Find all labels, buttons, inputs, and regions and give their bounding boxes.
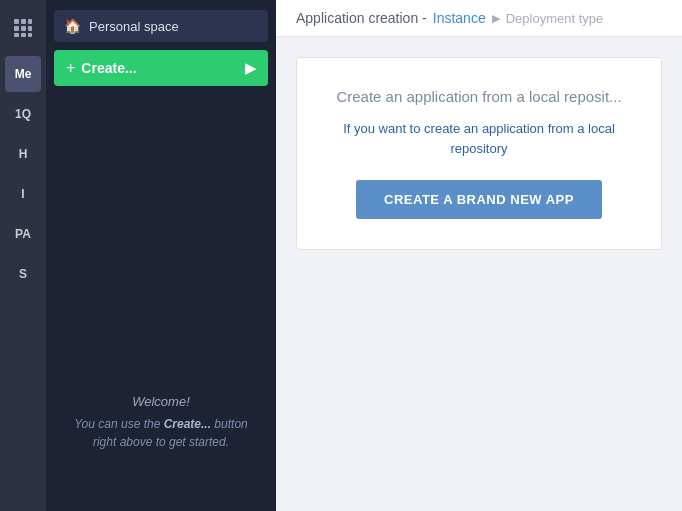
plus-icon: + <box>66 59 75 77</box>
rail-item-s[interactable]: S <box>5 256 41 292</box>
header-breadcrumb: Application creation - Instance ▶ Deploy… <box>276 0 682 37</box>
sidebar-footer: Welcome! You can use the Create... butto… <box>46 394 276 451</box>
svg-rect-6 <box>14 33 19 37</box>
svg-rect-4 <box>21 26 26 31</box>
create-app-card: Create an application from a local repos… <box>296 57 662 250</box>
sidebar: 🏠 Personal space + Create... ▶ Welcome! … <box>46 0 276 511</box>
deployment-label: Deployment type <box>506 11 604 26</box>
hint-text: You can use the Create... button right a… <box>62 415 260 451</box>
personal-space-label: Personal space <box>89 19 179 34</box>
rail-item-1q[interactable]: 1Q <box>5 96 41 132</box>
svg-rect-7 <box>21 33 26 37</box>
home-icon: 🏠 <box>64 18 81 34</box>
rail-item-h[interactable]: H <box>5 136 41 172</box>
app-creation-label: Application creation - <box>296 10 427 26</box>
welcome-text: Welcome! <box>62 394 260 409</box>
create-label: Create... <box>81 60 136 76</box>
create-btn-left: + Create... <box>66 59 137 77</box>
create-brand-new-app-button[interactable]: CREATE A BRAND NEW APP <box>356 180 602 219</box>
grid-icon[interactable] <box>5 10 41 46</box>
svg-rect-1 <box>21 19 26 24</box>
breadcrumb-chevron-icon: ▶ <box>492 12 500 25</box>
personal-space-button[interactable]: 🏠 Personal space <box>54 10 268 42</box>
svg-rect-8 <box>28 33 32 37</box>
main-content: Application creation - Instance ▶ Deploy… <box>276 0 682 511</box>
svg-rect-2 <box>28 19 32 24</box>
create-button[interactable]: + Create... ▶ <box>54 50 268 86</box>
card-title: Create an application from a local repos… <box>321 88 637 105</box>
instance-link[interactable]: Instance <box>433 10 486 26</box>
create-bold: Create... <box>164 417 211 431</box>
svg-rect-0 <box>14 19 19 24</box>
svg-rect-5 <box>28 26 32 31</box>
card-description: If you want to create an application fro… <box>321 119 637 158</box>
rail-item-pa[interactable]: PA <box>5 216 41 252</box>
icon-rail: Me 1Q H I PA S <box>0 0 46 511</box>
main-content-area: Create an application from a local repos… <box>276 37 682 511</box>
chevron-right-icon: ▶ <box>245 60 256 76</box>
rail-item-me[interactable]: Me <box>5 56 41 92</box>
rail-item-i[interactable]: I <box>5 176 41 212</box>
svg-rect-3 <box>14 26 19 31</box>
